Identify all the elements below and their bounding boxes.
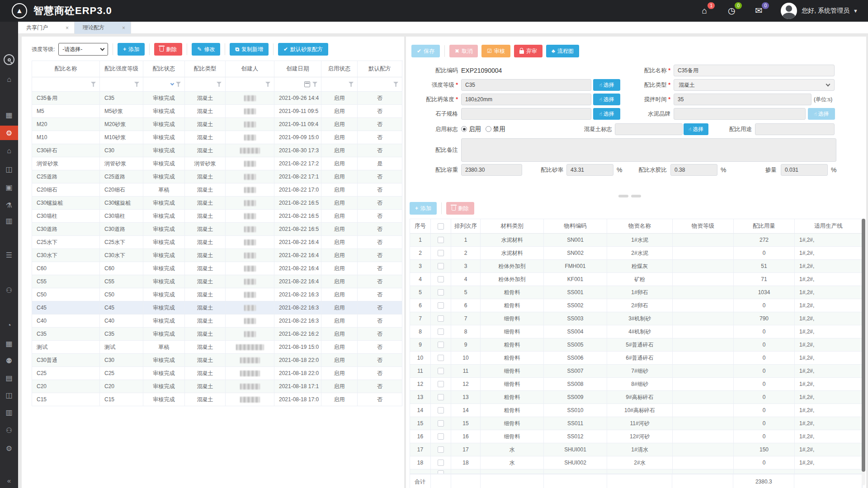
row-checkbox[interactable]: [438, 446, 444, 453]
company-icon[interactable]: ⌂: [0, 144, 18, 158]
tab-close-icon[interactable]: ×: [66, 25, 69, 31]
row-checkbox[interactable]: [438, 263, 444, 269]
save-button[interactable]: ✔保存: [411, 45, 440, 57]
material-row[interactable]: 1111细骨料SS0077#细砂01#,2#,: [410, 365, 863, 378]
recipe-row[interactable]: 润管砂浆润管砂浆审核完成润管砂浆2021-08-22 17:2启用是: [32, 157, 403, 170]
row-checkbox[interactable]: [438, 394, 444, 400]
column-header[interactable]: 物资等级: [673, 219, 734, 234]
add-button[interactable]: +添加: [118, 43, 145, 56]
user-icon[interactable]: ⚇: [0, 283, 18, 297]
recipe-row[interactable]: C30碎石C30审核完成混凝土2021-08-30 17:3启用否: [32, 144, 403, 157]
row-checkbox[interactable]: [438, 315, 444, 322]
filter-funnel-icon[interactable]: [176, 82, 181, 87]
row-checkbox[interactable]: [438, 433, 444, 440]
delete-button[interactable]: 删除: [154, 43, 182, 56]
column-header[interactable]: 物资名称: [607, 219, 673, 234]
production-config-icon[interactable]: ⚙: [0, 126, 18, 140]
sand-rate-input[interactable]: 43.31: [566, 164, 613, 176]
column-header[interactable]: 创建人: [226, 61, 274, 77]
filter-funnel-icon[interactable]: [349, 82, 354, 87]
name-input[interactable]: C35备用: [674, 65, 835, 76]
splitter-handle[interactable]: [631, 195, 641, 197]
strength-filter-select[interactable]: -请选择-: [58, 43, 108, 56]
settings-icon[interactable]: ⚙: [0, 441, 18, 455]
recipe-row[interactable]: M5M5砂浆审核完成混凝土2021-09-11 09:5启用否: [32, 105, 403, 118]
row-checkbox[interactable]: [438, 250, 444, 256]
recipe-row[interactable]: C25道路C25道路审核完成混凝土2021-08-22 17:1启用否: [32, 170, 403, 183]
history-icon[interactable]: ◷0: [726, 5, 737, 17]
mix-time-input[interactable]: 35: [674, 94, 811, 105]
column-header[interactable]: 材料类别: [481, 219, 544, 234]
recipe-row[interactable]: C30水下C30水下审核完成混凝土2021-08-22 16:4启用否: [32, 249, 403, 262]
clock-icon[interactable]: ◔: [0, 318, 18, 333]
density-input[interactable]: 2380.30: [461, 164, 522, 176]
audit-button[interactable]: ☑审核: [481, 45, 510, 57]
cement-brand-input[interactable]: [674, 108, 806, 120]
recipe-row[interactable]: C35C35审核完成混凝土2021-08-22 16:2启用否: [32, 328, 403, 341]
enable-on-radio[interactable]: [461, 126, 467, 132]
vertical-scrollbar-thumb[interactable]: [862, 219, 865, 472]
usage-input[interactable]: [755, 123, 835, 135]
slump-input[interactable]: 180±20mm: [461, 94, 591, 105]
material-row[interactable]: 1212细骨料SS0088#细砂01#,2#,: [410, 378, 863, 391]
calendar-icon[interactable]: ▦: [0, 336, 18, 351]
row-checkbox[interactable]: [438, 342, 444, 348]
recipe-row[interactable]: C30螺旋桩C30螺旋桩审核完成混凝土2021-08-22 16:5启用否: [32, 197, 403, 210]
slump-select-button[interactable]: ☝选择: [593, 94, 620, 105]
material-row[interactable]: 1010粗骨料SS0066#普通碎石01#,2#,: [410, 352, 863, 365]
tab-shared-portal[interactable]: 共享门户×: [18, 22, 75, 34]
filter-funnel-icon[interactable]: [217, 82, 222, 87]
recipe-row[interactable]: C40C40审核完成混凝土2021-08-22 16:3启用否: [32, 314, 403, 328]
row-checkbox[interactable]: [438, 328, 444, 335]
material-row[interactable]: 44粉体外加剂KF001矿粉711#,2#,: [410, 273, 863, 286]
row-checkbox[interactable]: [438, 237, 444, 243]
filter-funnel-icon[interactable]: [265, 82, 270, 87]
filter-funnel-icon[interactable]: [312, 82, 317, 87]
row-checkbox[interactable]: [438, 460, 444, 466]
material-row[interactable]: 1818水SHUI0022#水01#,2#,: [410, 456, 863, 469]
concrete-flag-input[interactable]: [615, 123, 683, 135]
analytics-icon[interactable]: ◫: [0, 162, 18, 176]
person-icon[interactable]: ⚉: [0, 353, 18, 368]
recipe-row[interactable]: C20C20审核完成混凝土2021-08-18 17:1启用否: [32, 380, 403, 393]
material-row[interactable]: 55粗骨料SS0011#卵石10341#,2#,: [410, 286, 863, 299]
column-header[interactable]: 配比名称: [32, 61, 100, 77]
material-row[interactable]: 1414粗骨料SS01010#高标碎石01#,2#,: [410, 404, 863, 417]
stone-input[interactable]: [461, 108, 591, 120]
modules-icon[interactable]: ▦: [0, 108, 18, 122]
material-row[interactable]: 1515细骨料SS01111#河砂01#,2#,: [410, 417, 863, 430]
tab-theory-recipe[interactable]: 理论配方×: [75, 22, 131, 34]
recipe-row[interactable]: C20细石C20细石草稿混凝土2021-08-22 17:0启用否: [32, 183, 403, 197]
row-checkbox[interactable]: [438, 355, 444, 361]
material-delete-button[interactable]: 删除: [446, 202, 474, 215]
material-row[interactable]: 33粉体外加剂FMH001粉煤灰511#,2#,: [410, 260, 863, 273]
doc-icon[interactable]: ▤: [0, 371, 18, 385]
material-row[interactable]: 1616细骨料SS01212#河砂01#,2#,: [410, 430, 863, 443]
home-icon[interactable]: ⌂: [0, 72, 18, 87]
column-header[interactable]: 物料编码: [544, 219, 607, 234]
recipe-row[interactable]: C45C45审核完成混凝土2021-08-22 16:3启用否: [32, 301, 403, 314]
avatar[interactable]: [781, 3, 797, 19]
team-icon[interactable]: ⚇: [0, 423, 18, 437]
material-row[interactable]: 99粗骨料SS0055#普通碎石01#,2#,: [410, 338, 863, 352]
material-add-button[interactable]: +添加: [410, 202, 437, 215]
stone-select-button[interactable]: ☝选择: [593, 108, 620, 120]
remark-textarea[interactable]: [461, 138, 836, 162]
recipe-row[interactable]: C25水下C25水下审核完成混凝土2021-08-22 16:4启用否: [32, 236, 403, 249]
copy-new-button[interactable]: ⧉复制新增: [230, 43, 269, 56]
menu-icon[interactable]: ☰: [0, 248, 18, 262]
material-row[interactable]: 77细骨料SS0033#机制砂7901#,2#,: [410, 312, 863, 325]
recipe-row[interactable]: C15C15审核完成混凝土2021-08-18 17:0启用否: [32, 393, 403, 406]
concrete-flag-select-button[interactable]: ☝选择: [684, 123, 708, 135]
stats-icon[interactable]: ▥: [0, 213, 18, 228]
row-checkbox[interactable]: [438, 368, 444, 374]
recipe-row[interactable]: C30普通C30审核完成混凝土2021-08-18 22:0启用否: [32, 354, 403, 367]
material-row[interactable]: 88细骨料SS0044#机制砂01#,2#,: [410, 325, 863, 338]
vehicle-icon[interactable]: ▣: [0, 180, 18, 194]
edit-button[interactable]: ✎修改: [192, 43, 220, 56]
grade-input[interactable]: C35: [461, 79, 591, 91]
home-icon[interactable]: ⌂1: [698, 5, 710, 17]
filter-funnel-icon[interactable]: [91, 82, 96, 87]
column-header[interactable]: 配比强度等级: [100, 61, 143, 77]
column-header[interactable]: 启用状态: [321, 61, 358, 77]
